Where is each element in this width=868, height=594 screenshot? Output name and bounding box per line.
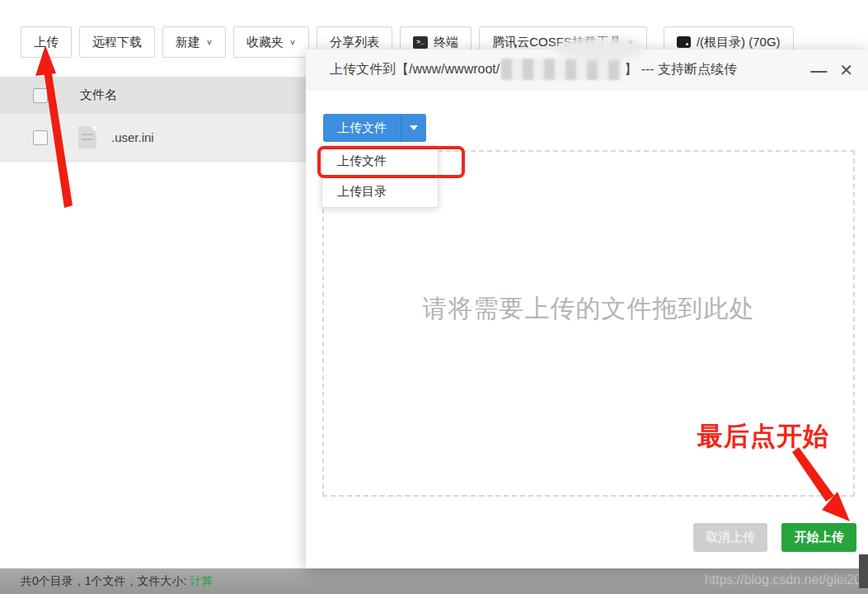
status-summary-text: 共0个目录，1个文件，文件大小: [21,574,190,587]
upload-button[interactable]: 上传 [21,26,72,58]
new-button-label: 新建 [176,35,200,50]
status-bar: 共0个目录，1个文件，文件大小: 计算 https://blog.csdn.ne… [0,568,868,594]
favorites-button-label: 收藏夹 [246,35,284,50]
remote-download-button[interactable]: 远程下载 [79,26,155,58]
upload-file-split-label[interactable]: 上传文件 [323,114,401,142]
upload-button-label: 上传 [34,35,59,50]
filename-column-header: 文件名 [80,87,117,103]
status-summary: 共0个目录，1个文件，文件大小: 计算 [21,574,213,589]
remote-download-label: 远程下载 [92,35,142,50]
disk-icon [677,36,691,48]
title-suffix: 】 --- 支持断点续传 [624,61,737,78]
upload-dialog: 上传文件到【/www/wwwroot/ 】 --- 支持断点续传 — ✕ 上传文… [306,50,868,568]
file-document-icon [78,126,96,148]
dropzone-hint: 请将需要上传的文件拖到此处 [423,292,755,326]
share-list-label: 分享列表 [330,35,379,50]
censored-path-blur [501,59,622,80]
menu-item-upload-directory[interactable]: 上传目录 [322,177,438,207]
minimize-icon[interactable]: — [810,62,825,78]
annotation-note: 最后点开始 [697,419,829,454]
upload-dialog-title: 上传文件到【/www/wwwroot/ 】 --- 支持断点续传 [330,59,737,80]
caret-down-icon [410,125,418,130]
watermark-url: https://blog.csdn.net/glei20 [705,573,861,587]
close-icon[interactable]: ✕ [839,62,853,78]
favorites-button[interactable]: 收藏夹 ∨ [233,26,309,58]
censor-smudge [554,37,645,60]
title-prefix: 上传文件到【/www/wwwroot/ [330,61,500,78]
file-manager-page: 上传 远程下载 新建 ∨ 收藏夹 ∨ 分享列表 >_ 终端 腾讯云COSFS挂载… [0,0,868,594]
chevron-down-icon: ∨ [289,38,296,46]
file-name: .user.ini [111,130,154,144]
terminal-icon: >_ [413,36,428,49]
split-caret-section[interactable] [401,114,426,142]
menu-item-upload-file[interactable]: 上传文件 [322,146,438,177]
cancel-upload-button[interactable]: 取消上传 [693,523,767,552]
window-controls: — ✕ [810,50,853,90]
terminal-button-label: 终端 [434,35,458,50]
root-directory-label: /(根目录) (70G) [697,35,781,50]
compute-size-link[interactable]: 计算 [190,574,213,587]
select-all-checkbox[interactable] [33,88,48,103]
upload-file-split-button[interactable]: 上传文件 [323,114,426,142]
chevron-down-icon: ∨ [206,38,213,46]
row-checkbox[interactable] [33,130,48,145]
new-button[interactable]: 新建 ∨ [162,26,226,58]
start-upload-button[interactable]: 开始上传 [781,523,856,552]
upload-type-menu: 上传文件 上传目录 [321,145,439,208]
scrollbar-thumb[interactable] [859,554,868,588]
